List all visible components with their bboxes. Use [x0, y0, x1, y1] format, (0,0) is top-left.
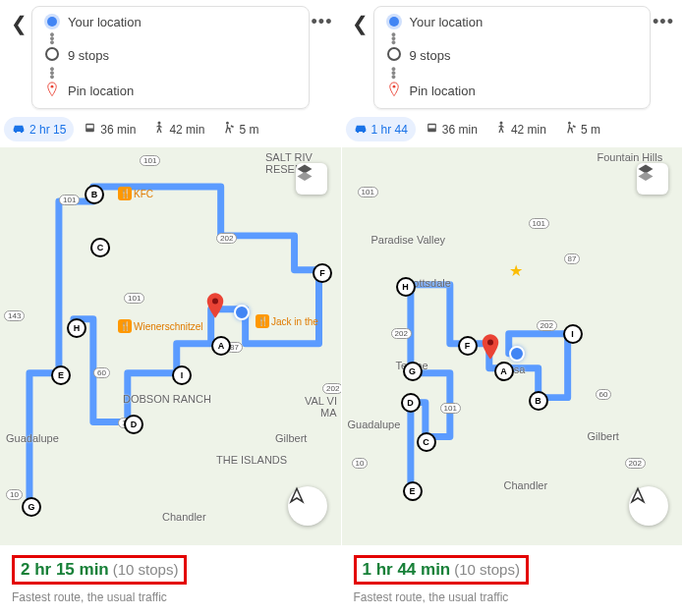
map-label: Guadalupe	[6, 432, 59, 444]
pin-icon	[42, 82, 62, 100]
route-shield: 101	[529, 218, 549, 229]
map[interactable]: SALT RIVRESERVATGuadalupeGilbertChandler…	[0, 147, 341, 545]
mode-ride[interactable]: 5 m	[214, 117, 266, 141]
stop-marker[interactable]: D	[124, 415, 143, 434]
mode-walk[interactable]: 42 min	[145, 117, 212, 141]
current-location-dot	[509, 346, 525, 362]
pin-icon	[384, 82, 404, 100]
poi[interactable]: 🍴Wienerschnitzel	[118, 319, 203, 333]
current-location-dot	[234, 305, 250, 320]
route-time: 2 hr 15 min	[21, 560, 109, 579]
destination-pin[interactable]	[206, 293, 224, 310]
mode-transit[interactable]: 36 min	[418, 117, 485, 141]
stop-marker[interactable]: I	[172, 365, 192, 385]
svg-point-0	[51, 85, 54, 88]
transit-icon	[426, 122, 438, 138]
route-stops: (10 stops)	[454, 561, 520, 578]
destination-pin[interactable]	[482, 334, 499, 352]
mode-ride[interactable]: 5 m	[556, 117, 608, 141]
route-stops: (10 stops)	[113, 561, 179, 578]
more-button[interactable]: •••	[310, 6, 335, 32]
route-shield: 202	[322, 383, 341, 394]
mode-drive[interactable]: 2 hr 15	[4, 117, 74, 141]
back-button[interactable]: ❮	[348, 6, 373, 35]
route-shield: 101	[59, 195, 80, 205]
route-shield: 202	[625, 458, 646, 469]
route-subtitle: Fastest route, the usual traffic	[12, 590, 329, 604]
walk-time: 42 min	[511, 123, 546, 137]
stop-marker[interactable]: A	[494, 362, 514, 381]
dots-icon: ●●●	[384, 66, 404, 80]
panel-1: ❮Your location●●●9 stops●●●Pin location•…	[342, 0, 684, 616]
route-shield: 60	[596, 389, 612, 400]
recenter-button[interactable]	[288, 486, 327, 526]
drive-time: 2 hr 15	[29, 123, 66, 137]
stop-marker[interactable]: H	[396, 277, 416, 297]
transit-time: 36 min	[442, 123, 478, 137]
poi[interactable]: 🍴Jack in the	[256, 314, 318, 328]
map[interactable]: Fountain HillsParadise ValleyScottsdaleT…	[342, 147, 683, 545]
stop-marker[interactable]: E	[403, 481, 423, 501]
svg-point-6	[226, 122, 229, 125]
route-shield: 101	[124, 293, 144, 304]
map-label: Chandler	[504, 479, 548, 491]
stop-marker[interactable]: A	[211, 336, 231, 356]
back-button[interactable]: ❮	[6, 6, 31, 35]
svg-point-7	[212, 299, 218, 305]
stop-marker[interactable]: F	[458, 336, 478, 356]
svg-point-10	[362, 131, 364, 133]
walk-time: 42 min	[169, 123, 204, 137]
stop-marker[interactable]: D	[401, 393, 421, 413]
map-label: Paradise Valley	[371, 234, 446, 246]
bottom-sheet[interactable]: 1 hr 44 min(10 stops)Fastest route, the …	[342, 545, 683, 616]
map-label: Chandler	[162, 511, 206, 523]
route-shield: 202	[537, 320, 557, 331]
route-card[interactable]: Your location●●●9 stops●●●Pin location	[373, 6, 652, 109]
mode-drive[interactable]: 1 hr 44	[346, 117, 416, 141]
layers-button[interactable]	[296, 163, 327, 195]
stop-marker[interactable]: E	[51, 365, 71, 385]
route-shield: 10	[6, 489, 23, 500]
stop-marker[interactable]: C	[417, 432, 436, 452]
panel-0: ❮Your location●●●9 stops●●●Pin location•…	[0, 0, 342, 616]
mode-transit[interactable]: 36 min	[76, 117, 143, 141]
more-button[interactable]: •••	[651, 6, 676, 32]
poi-label: Jack in the	[271, 316, 318, 327]
svg-point-13	[499, 122, 502, 125]
stop-marker[interactable]: G	[403, 362, 423, 381]
your-location-label: Your location	[68, 15, 142, 29]
pin-location-label: Pin location	[410, 84, 476, 98]
ring-icon	[387, 47, 401, 61]
svg-point-15	[487, 340, 493, 346]
route-shield: 143	[4, 310, 25, 321]
route-card[interactable]: Your location●●●9 stops●●●Pin location	[31, 6, 310, 109]
recenter-button[interactable]	[629, 486, 668, 526]
map-label: Gilbert	[588, 430, 619, 442]
stop-marker[interactable]: I	[563, 324, 583, 344]
poi-icon: 🍴	[118, 319, 132, 333]
stop-marker[interactable]: C	[90, 238, 110, 257]
stop-marker[interactable]: F	[313, 263, 332, 283]
svg-point-5	[158, 122, 161, 125]
route-shield: 101	[358, 187, 378, 197]
layers-button[interactable]	[637, 163, 668, 195]
location-dot-icon	[47, 17, 57, 27]
route-shield: 87	[564, 253, 581, 264]
car-icon	[12, 122, 26, 137]
ride-time: 5 m	[239, 123, 258, 137]
stop-marker[interactable]: B	[85, 185, 104, 204]
map-label: DOBSON RANCH	[123, 393, 211, 405]
mode-walk[interactable]: 42 min	[487, 117, 554, 141]
stop-marker[interactable]: G	[22, 497, 41, 517]
pin-location-label: Pin location	[68, 84, 134, 98]
svg-point-2	[21, 131, 23, 133]
bottom-sheet[interactable]: 2 hr 15 min(10 stops)Fastest route, the …	[0, 545, 341, 616]
route-shield: 101	[140, 155, 160, 166]
stop-marker[interactable]: B	[529, 391, 548, 411]
ring-icon	[45, 47, 59, 61]
poi[interactable]: 🍴KFC	[118, 187, 153, 200]
svg-point-14	[568, 122, 571, 125]
map-label: MA	[320, 407, 337, 419]
map-label: THE ISLANDS	[216, 454, 287, 466]
stop-marker[interactable]: H	[67, 318, 86, 338]
